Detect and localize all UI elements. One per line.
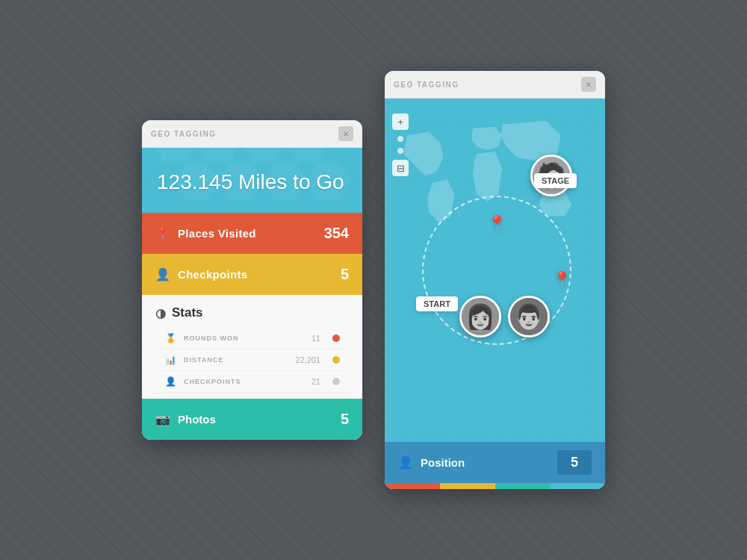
card-title-left: GEO TAGGING	[151, 130, 216, 138]
position-person-icon: 👤	[398, 455, 413, 470]
close-button-right[interactable]: ✕	[581, 77, 596, 92]
position-bar: 👤 Position 5	[385, 442, 605, 483]
color-seg-red	[385, 483, 440, 489]
avatar-face-right: 👨	[510, 298, 548, 335]
color-seg-green	[495, 483, 551, 489]
distance-label: DISTANCE	[184, 356, 288, 364]
stat-checkpoints: 👤 CHECKPOINTS 21	[155, 371, 349, 393]
pin-right: 📍	[553, 270, 571, 288]
close-button-left[interactable]: ✕	[338, 126, 353, 141]
map-section: + ⊟ 📍 📍 START STAGE 🧑 👩	[385, 99, 605, 442]
checkpoints-row[interactable]: 👤 Checkpoints 5	[142, 254, 362, 295]
rounds-value: 11	[311, 334, 320, 343]
color-bar	[385, 483, 605, 489]
checkpoints-stat-label: CHECKPOINTS	[184, 378, 304, 385]
checkpoints-dot	[332, 378, 340, 385]
trophy-icon: 🏅	[164, 333, 176, 343]
map-sidebar: + ⊟	[392, 113, 409, 176]
position-value: 5	[557, 450, 592, 475]
zoom-out-btn[interactable]: ⊟	[392, 160, 409, 176]
color-seg-blue	[550, 483, 605, 489]
position-label-text: Position	[421, 456, 465, 469]
hero-text: 123.145 Miles to Go	[157, 170, 347, 194]
map-dot-2	[397, 148, 403, 154]
checkpoints-value: 5	[341, 266, 349, 283]
map-pin-icon-top: 📍	[488, 214, 506, 232]
photos-label: Photos	[178, 413, 216, 426]
places-left: 📍 Places Visited	[155, 226, 256, 240]
stats-title-row: ◑ Stats	[155, 305, 349, 320]
photos-row[interactable]: 📷 Photos 5	[142, 399, 362, 440]
places-row[interactable]: 📍 Places Visited 354	[142, 213, 362, 254]
rounds-label: ROUNDS WON	[184, 335, 304, 342]
rounds-dot	[332, 335, 340, 342]
camera-icon: 📷	[155, 412, 170, 426]
avatar-bottom-right: 👨	[508, 296, 550, 337]
photos-left: 📷 Photos	[155, 412, 216, 426]
hero-section: 123.145 Miles to Go	[142, 148, 362, 213]
card-left: GEO TAGGING ✕ 123.145 Miles to Go 📍 Plac…	[142, 120, 362, 440]
card-right: GEO TAGGING ✕ + ⊟	[385, 71, 605, 489]
checkpoints-label: Checkpoints	[178, 268, 247, 281]
stat-rounds-won: 🏅 ROUNDS WON 11	[155, 328, 349, 349]
start-label: START	[416, 296, 458, 311]
location-icon: 📍	[155, 226, 170, 240]
map-dot-1	[397, 136, 403, 142]
zoom-in-btn[interactable]: +	[392, 113, 409, 130]
avatar-bottom-left: 👩	[459, 296, 501, 337]
map-pin-icon-right: 📍	[553, 270, 571, 288]
chart-icon: 📊	[164, 355, 176, 365]
card-header-right: GEO TAGGING ✕	[385, 71, 605, 99]
avatar-face-left: 👩	[462, 298, 499, 335]
position-left: 👤 Position	[398, 455, 465, 470]
distance-value: 22,201	[295, 355, 320, 364]
stats-section: ◑ Stats 🏅 ROUNDS WON 11 📊 DISTANCE 22,20…	[142, 295, 362, 399]
pin-top: 📍	[488, 214, 506, 232]
places-label: Places Visited	[178, 227, 256, 240]
places-value: 354	[324, 225, 349, 242]
distance-dot	[332, 356, 340, 364]
checkpoints-left: 👤 Checkpoints	[155, 267, 247, 281]
user-icon: 👤	[164, 376, 176, 387]
person-icon: 👤	[155, 267, 170, 281]
card-header-left: GEO TAGGING ✕	[142, 120, 362, 148]
checkpoints-stat-value: 21	[311, 377, 320, 386]
stage-label: STAGE	[534, 173, 577, 188]
pie-chart-icon: ◑	[155, 306, 166, 320]
stats-title-text: Stats	[172, 305, 203, 320]
card-title-right: GEO TAGGING	[394, 81, 459, 89]
photos-value: 5	[341, 411, 349, 428]
stat-distance: 📊 DISTANCE 22,201	[155, 349, 349, 371]
color-seg-yellow	[440, 483, 495, 489]
